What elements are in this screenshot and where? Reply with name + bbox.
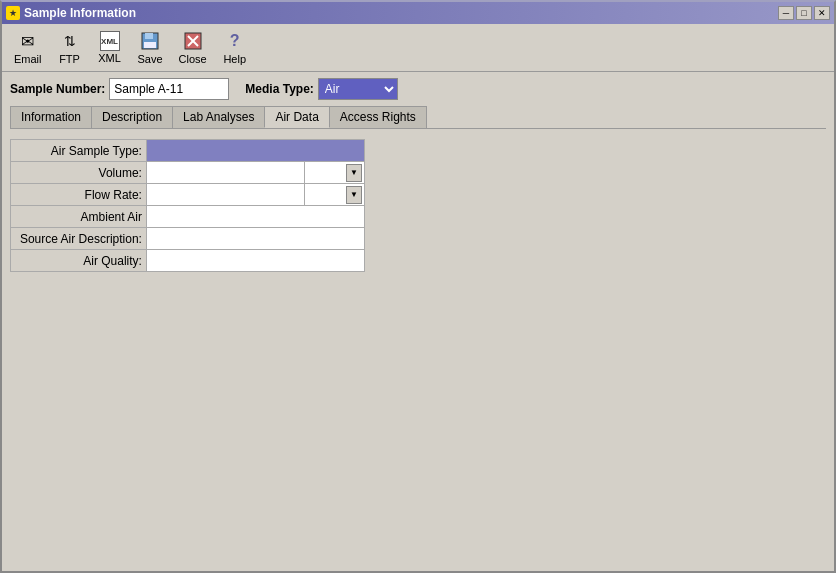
media-type-row: Media Type: Air Water Soil bbox=[245, 78, 397, 100]
title-bar: ★ Sample Information ─ □ ✕ bbox=[2, 2, 834, 24]
flow-rate-dropdown-arrow[interactable]: ▼ bbox=[346, 186, 362, 204]
help-icon: ? bbox=[224, 30, 246, 52]
air-data-table: Air Sample Type: Volume: ▼ Flow bbox=[10, 139, 365, 272]
close-tool-label: Close bbox=[179, 53, 207, 65]
flow-rate-dropdown-cell: ▼ bbox=[305, 184, 365, 206]
window-icon: ★ bbox=[6, 6, 20, 20]
volume-dropdown: ▼ bbox=[305, 163, 364, 183]
tab-access-rights[interactable]: Access Rights bbox=[329, 106, 427, 128]
tab-lab-analyses[interactable]: Lab Analyses bbox=[172, 106, 265, 128]
flow-rate-label: Flow Rate: bbox=[11, 184, 147, 206]
svg-rect-2 bbox=[144, 42, 156, 48]
tab-air-data[interactable]: Air Data bbox=[264, 106, 329, 128]
media-type-select[interactable]: Air Water Soil bbox=[318, 78, 398, 100]
xml-icon: XML bbox=[100, 31, 120, 51]
xml-label: XML bbox=[98, 52, 121, 64]
help-label: Help bbox=[223, 53, 246, 65]
source-air-desc-input[interactable] bbox=[147, 231, 364, 247]
table-row: Air Sample Type: bbox=[11, 140, 365, 162]
svg-rect-1 bbox=[145, 33, 153, 39]
volume-value bbox=[146, 162, 304, 184]
email-label: Email bbox=[14, 53, 42, 65]
ftp-label: FTP bbox=[59, 53, 80, 65]
form-area: Sample Number: Media Type: Air Water Soi… bbox=[2, 72, 834, 106]
save-icon bbox=[139, 30, 161, 52]
volume-label: Volume: bbox=[11, 162, 147, 184]
content-area: Air Sample Type: Volume: ▼ Flow bbox=[2, 129, 834, 571]
sample-number-row: Sample Number: bbox=[10, 78, 229, 100]
table-row: Source Air Description: bbox=[11, 228, 365, 250]
volume-dropdown-arrow[interactable]: ▼ bbox=[346, 164, 362, 182]
tab-bar: Information Description Lab Analyses Air… bbox=[2, 106, 834, 128]
close-tool-button[interactable]: Close bbox=[173, 28, 213, 67]
main-window: ★ Sample Information ─ □ ✕ ✉ Email ⇅ FTP… bbox=[0, 0, 836, 573]
tab-information[interactable]: Information bbox=[10, 106, 92, 128]
sample-number-input[interactable] bbox=[109, 78, 229, 100]
ftp-icon: ⇅ bbox=[59, 30, 81, 52]
ambient-air-input[interactable] bbox=[147, 209, 364, 225]
sample-number-label: Sample Number: bbox=[10, 82, 105, 96]
volume-input[interactable] bbox=[147, 165, 304, 181]
xml-button[interactable]: XML XML bbox=[92, 29, 128, 66]
table-row: Air Quality: bbox=[11, 250, 365, 272]
title-buttons: ─ □ ✕ bbox=[778, 6, 830, 20]
media-type-select-wrap: Air Water Soil bbox=[318, 78, 398, 100]
minimize-button[interactable]: ─ bbox=[778, 6, 794, 20]
flow-rate-dropdown: ▼ bbox=[305, 185, 364, 205]
table-row: Volume: ▼ bbox=[11, 162, 365, 184]
air-sample-type-value bbox=[146, 140, 364, 162]
ambient-air-value bbox=[146, 206, 364, 228]
flow-rate-value bbox=[146, 184, 304, 206]
window-title: Sample Information bbox=[24, 6, 136, 20]
media-type-label: Media Type: bbox=[245, 82, 313, 96]
save-label: Save bbox=[138, 53, 163, 65]
toolbar: ✉ Email ⇅ FTP XML XML Save bbox=[2, 24, 834, 72]
air-sample-type-label: Air Sample Type: bbox=[11, 140, 147, 162]
air-quality-value bbox=[146, 250, 364, 272]
source-air-desc-value bbox=[146, 228, 364, 250]
close-window-button[interactable]: ✕ bbox=[814, 6, 830, 20]
ambient-air-label: Ambient Air bbox=[11, 206, 147, 228]
flow-rate-input[interactable] bbox=[147, 187, 304, 203]
air-sample-type-input[interactable] bbox=[147, 143, 364, 159]
ftp-button[interactable]: ⇅ FTP bbox=[52, 28, 88, 67]
source-air-desc-label: Source Air Description: bbox=[11, 228, 147, 250]
email-button[interactable]: ✉ Email bbox=[8, 28, 48, 67]
tab-description[interactable]: Description bbox=[91, 106, 173, 128]
title-bar-left: ★ Sample Information bbox=[6, 6, 136, 20]
restore-button[interactable]: □ bbox=[796, 6, 812, 20]
close-tool-icon bbox=[182, 30, 204, 52]
table-row: Ambient Air bbox=[11, 206, 365, 228]
email-icon: ✉ bbox=[17, 30, 39, 52]
volume-dropdown-cell: ▼ bbox=[305, 162, 365, 184]
air-quality-input[interactable] bbox=[147, 253, 364, 269]
save-button[interactable]: Save bbox=[132, 28, 169, 67]
help-button[interactable]: ? Help bbox=[217, 28, 253, 67]
table-row: Flow Rate: ▼ bbox=[11, 184, 365, 206]
air-quality-label: Air Quality: bbox=[11, 250, 147, 272]
